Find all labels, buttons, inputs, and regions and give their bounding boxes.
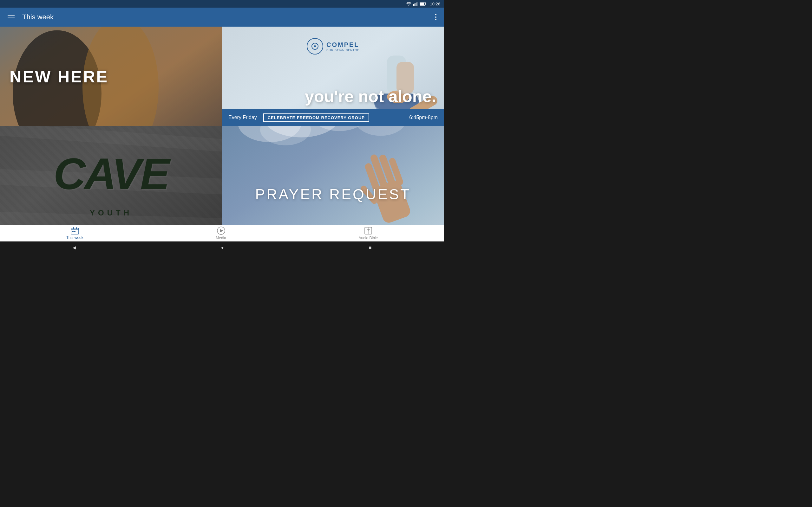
svg-rect-3 [415, 3, 416, 6]
svg-rect-4 [417, 2, 418, 6]
svg-rect-6 [426, 3, 426, 5]
compel-logo-circle [307, 38, 323, 55]
back-button[interactable]: ◀ [72, 245, 76, 250]
compel-logo-inner [311, 43, 318, 50]
cave-title: CAVE [54, 155, 169, 192]
home-button[interactable]: ● [221, 245, 223, 250]
main-content-grid: NEW HERE [0, 26, 444, 225]
status-icons: 10:26 [406, 2, 440, 6]
app-title: This week [22, 13, 433, 21]
prayer-title: PRAYER REQUEST [255, 186, 411, 203]
compel-logo-area: COMPEL CHRISTIAN CENTRE [300, 32, 366, 61]
nav-media-label: Media [216, 236, 226, 240]
cave-youth-card[interactable]: CAVE YOUTH [0, 126, 222, 225]
wifi-icon [406, 2, 411, 6]
event-time: 6:45pm-8pm [409, 115, 438, 120]
svg-rect-37 [73, 227, 74, 229]
compel-logo-subtext: CHRISTIAN CENTRE [326, 49, 359, 52]
new-here-card[interactable]: NEW HERE [0, 26, 222, 126]
svg-marker-42 [220, 229, 223, 232]
svg-rect-39 [72, 231, 73, 232]
compel-logo: COMPEL CHRISTIAN CENTRE [307, 38, 359, 55]
svg-rect-7 [420, 3, 424, 5]
svg-point-0 [409, 5, 409, 6]
status-bar: 10:26 [0, 0, 444, 8]
bottom-navigation: This week Media Audio Bible [0, 225, 444, 241]
nav-audio-bible[interactable]: Audio Bible [359, 227, 378, 240]
event-banner: Every Friday CELEBRATE FREEDOM RECOVERY … [222, 109, 444, 126]
svg-rect-38 [76, 227, 77, 229]
compel-headline-area: you're not alone. [305, 88, 436, 105]
compel-card[interactable]: COMPEL CHRISTIAN CENTRE you're not alone… [222, 26, 444, 126]
svg-rect-40 [74, 231, 75, 232]
compel-logo-name: COMPEL [326, 41, 359, 49]
svg-rect-23 [222, 126, 444, 225]
nav-audio-bible-label: Audio Bible [359, 236, 378, 240]
calendar-icon [71, 227, 79, 234]
nav-this-week[interactable]: This week [66, 227, 84, 240]
prayer-request-card[interactable]: PRAYER REQUEST [222, 126, 444, 225]
hamburger-menu-button[interactable] [5, 12, 17, 22]
nav-this-week-label: This week [66, 235, 84, 240]
more-options-button[interactable] [433, 11, 439, 23]
svg-line-22 [0, 218, 222, 225]
nav-media[interactable]: Media [216, 227, 226, 240]
cave-subtitle: YOUTH [90, 209, 132, 217]
compel-logo-dot [314, 45, 316, 47]
compel-headline: you're not alone. [305, 88, 436, 105]
signal-icon [413, 2, 418, 6]
compel-logo-text-area: COMPEL CHRISTIAN CENTRE [326, 41, 359, 52]
new-here-label: NEW HERE [9, 67, 108, 86]
svg-line-20 [0, 130, 222, 146]
battery-icon [420, 2, 426, 6]
event-name-badge: CELEBRATE FREEDOM RECOVERY GROUP [263, 113, 369, 122]
play-circle-icon [217, 227, 225, 235]
prayer-background [222, 126, 444, 225]
event-day: Every Friday [229, 115, 257, 120]
svg-rect-2 [415, 3, 415, 6]
clock: 10:26 [430, 2, 440, 6]
system-navigation: ◀ ● ■ [0, 241, 444, 253]
svg-rect-1 [413, 4, 414, 6]
recents-button[interactable]: ■ [369, 245, 371, 250]
bible-icon [364, 227, 372, 235]
app-bar: This week [0, 8, 444, 26]
